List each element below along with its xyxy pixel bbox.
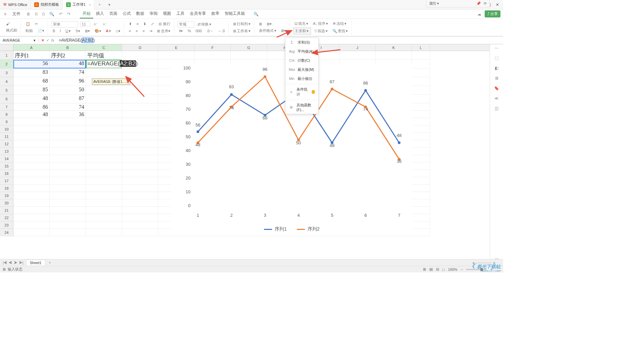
row-header-9[interactable]: 9 [0,118,13,126]
menu-会员专享[interactable]: 会员专享 [187,9,209,18]
row-header-16[interactable]: 16 [0,170,13,177]
cell-B10[interactable] [50,126,86,133]
format-painter-button[interactable]: 🖌 [5,21,18,27]
menu-公式[interactable]: 公式 [120,9,133,18]
row-header-12[interactable]: 12 [0,140,13,148]
cell-E1[interactable] [158,51,195,60]
cell-L23[interactable] [412,221,430,229]
row-header-15[interactable]: 15 [0,162,13,170]
cell-D20[interactable] [122,199,158,207]
fill-button[interactable]: ⊡ 填充▾ [293,20,310,27]
cell-L14[interactable] [412,155,430,162]
italic-button[interactable]: I [58,28,62,34]
cell-C13[interactable] [86,148,122,155]
menu-数据[interactable]: 数据 [133,9,147,18]
cell-C2[interactable]: =AVERAGE(A2:B2) [86,60,122,68]
cell-D3[interactable] [122,68,158,77]
indent-button[interactable]: ⇥ [148,28,154,34]
col-header-J[interactable]: J [339,44,376,51]
styles-button[interactable]: ⊞ [258,21,263,27]
row-header-10[interactable]: 10 [0,126,13,133]
view-page-button[interactable]: ▤ [429,267,433,271]
clear-format-button[interactable]: ◇▾ [114,28,122,34]
col-header-K[interactable]: K [376,44,412,51]
row-header-5[interactable]: 5 [0,86,13,95]
cell-K1[interactable] [376,51,412,60]
undo-icon[interactable]: ↶ [58,11,64,17]
cell-A16[interactable] [13,170,50,177]
cell-C10[interactable] [86,126,122,133]
row-header-21[interactable]: 21 [0,207,13,214]
sheet-last-button[interactable]: ⮞| [19,261,23,265]
cell-D19[interactable] [122,192,158,199]
view-reading-button[interactable]: □ [442,267,445,271]
fill-color-button[interactable]: 🎨▾ [93,28,103,34]
cell-A9[interactable] [13,118,50,126]
cell-L6[interactable] [412,95,430,103]
row-header-20[interactable]: 20 [0,199,13,207]
cell-A19[interactable] [13,192,50,199]
cell-A20[interactable] [13,199,50,207]
side-select-icon[interactable]: ⬚ [495,56,498,60]
cell-D11[interactable] [122,133,158,140]
col-header-G[interactable]: G [231,44,267,51]
menu-hamburger-icon[interactable]: ≡ [3,11,8,17]
filter-button[interactable]: ▽ 筛选▾ [313,28,329,34]
align-middle-button[interactable]: ≡ [135,21,140,27]
cell-D22[interactable] [122,214,158,221]
row-header-3[interactable]: 3 [0,68,13,77]
col-header-L[interactable]: L [412,44,430,51]
cell-C1[interactable]: 平均值 [86,51,122,60]
cell-F1[interactable] [195,51,231,60]
cell-B17[interactable] [50,177,86,185]
cell-L21[interactable] [412,207,430,214]
cell-B22[interactable] [50,214,86,221]
cell-C18[interactable] [86,185,122,192]
close-button[interactable]: ✕ [496,2,499,7]
align-center-button[interactable]: ≡ [134,28,139,34]
preview-icon[interactable]: 🔍 [48,11,56,17]
properties-panel-header[interactable]: 属性▾ 📌⟳ [426,0,490,7]
fx-icon[interactable]: fx [51,38,54,42]
cell-C6[interactable] [86,95,122,103]
side-tag-icon[interactable]: 🔖 [494,86,499,91]
row-header-17[interactable]: 17 [0,177,13,185]
cell-B23[interactable] [50,221,86,229]
cell-B16[interactable] [50,170,86,177]
cell-D6[interactable] [122,95,158,103]
cell-D7[interactable] [122,103,158,111]
cell-A17[interactable] [13,177,50,185]
cut-button[interactable]: ✂ [34,21,39,27]
cell-L12[interactable] [412,140,430,148]
cell-B21[interactable] [50,207,86,214]
cell-D17[interactable] [122,177,158,185]
menu-智能工具箱[interactable]: 智能工具箱 [222,9,248,18]
cell-L16[interactable] [412,170,430,177]
cell-L8[interactable] [412,111,430,118]
cell-D24[interactable] [122,229,158,236]
view-normal-button[interactable]: ⊞ [423,267,426,271]
formula-input[interactable]: =AVERAGE(A2:B2) [57,38,503,43]
cell-J1[interactable] [339,51,376,60]
sheet-first-button[interactable]: |⮜ [3,261,7,265]
cell-C24[interactable] [86,229,122,236]
cell-A2[interactable]: 56 [13,60,50,68]
cell-C3[interactable] [86,68,122,77]
bold-button[interactable]: B [51,28,56,34]
cell-B3[interactable]: 74 [50,68,86,77]
app-tab-workbook[interactable]: S 工作簿1 • [63,0,94,9]
menu-开始[interactable]: 开始 [80,9,93,18]
col-header-E[interactable]: E [158,44,195,51]
cell-G1[interactable] [231,51,267,60]
row-header-11[interactable]: 11 [0,133,13,140]
formula-accept-button[interactable]: ✓ [46,38,49,43]
cell-B9[interactable] [50,118,86,126]
cell-A14[interactable] [13,155,50,162]
cell-C21[interactable] [86,207,122,214]
dropdown-item-4[interactable]: Min最小值(I) [285,74,318,83]
underline-button[interactable]: U▾ [64,28,72,34]
app-tab-wps[interactable]: W WPS Office [0,0,31,9]
cell-D16[interactable] [122,170,158,177]
cell-L5[interactable] [412,86,430,95]
inc-decimal-button[interactable]: .0→ [205,28,215,34]
